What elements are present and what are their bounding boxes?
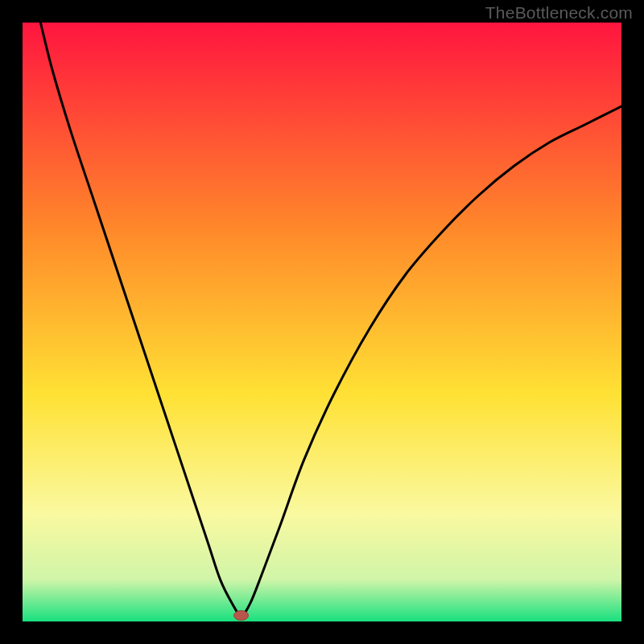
watermark-text: TheBottleneck.com <box>485 3 633 23</box>
plot-area <box>23 23 621 621</box>
gradient-background <box>23 23 621 621</box>
bottleneck-chart <box>23 23 621 621</box>
minimum-marker <box>234 611 249 621</box>
chart-frame: TheBottleneck.com <box>0 0 644 644</box>
